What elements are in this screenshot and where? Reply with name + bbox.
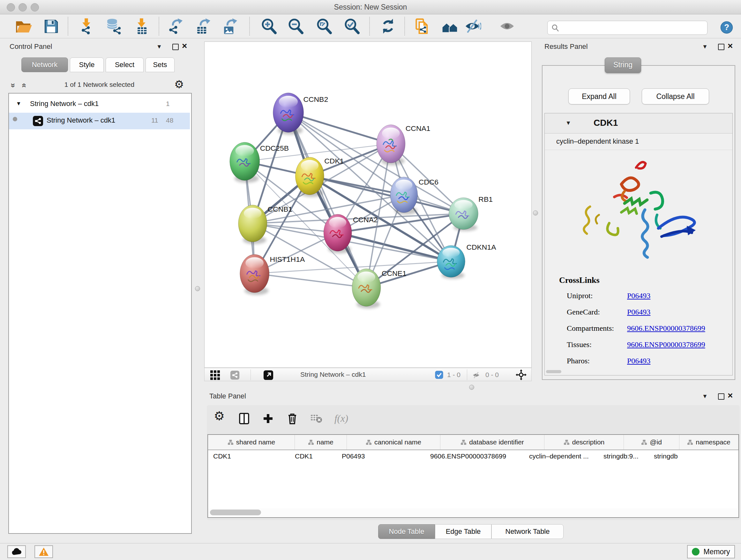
crosslink-link[interactable]: P06493 — [627, 308, 650, 316]
tab-node-table[interactable]: Node Table — [378, 524, 435, 539]
current-network-name: String Network – cdk1 — [300, 371, 366, 378]
column-header-name[interactable]: name — [295, 435, 347, 449]
network-node-ccna1[interactable]: CCNA1 — [377, 124, 430, 165]
tab-style[interactable]: Style — [70, 57, 104, 72]
left-splitter-handle[interactable] — [195, 286, 200, 291]
column-header-description[interactable]: description — [544, 435, 624, 449]
export-network-icon[interactable] — [167, 17, 185, 35]
grid-view-icon[interactable] — [210, 370, 220, 381]
duplicate-network-icon[interactable] — [413, 17, 431, 35]
gene-section-header[interactable]: ▼ CDK1 — [545, 113, 732, 133]
tab-edge-table[interactable]: Edge Table — [435, 524, 491, 539]
gene-collapse-icon[interactable]: ▼ — [565, 120, 571, 126]
table-cell[interactable]: 9606.ENSP00000378699 — [425, 450, 524, 463]
network-type-icon[interactable] — [230, 370, 240, 381]
crosslink-link[interactable]: 9606.ENSP00000378699 — [627, 324, 705, 333]
table-hscrollbar-thumb[interactable] — [210, 509, 261, 515]
cloud-status-button[interactable] — [7, 545, 26, 558]
collapse-all-button[interactable]: Collapse All — [642, 88, 709, 105]
control-panel-float-icon[interactable] — [172, 44, 179, 50]
network-row-selected[interactable]: String Network – cdk1 11 48 — [9, 113, 190, 129]
network-options-gear-icon[interactable]: ⚙ — [174, 78, 184, 91]
table-cell[interactable]: cyclin–dependent ... — [524, 450, 598, 463]
network-node-ccne1[interactable]: CCNE1 — [352, 269, 407, 309]
first-neighbors-icon[interactable] — [441, 17, 459, 35]
function-builder-icon[interactable]: f(x) — [334, 413, 348, 424]
expand-all-button[interactable]: Expand All — [568, 88, 630, 105]
import-table-icon[interactable] — [133, 17, 151, 35]
table-cell[interactable]: stringdb — [649, 450, 703, 463]
column-header-canonicalname[interactable]: canonical name — [347, 435, 441, 449]
table-settings-gear-icon[interactable]: ⚙ — [214, 409, 228, 423]
refresh-icon[interactable] — [379, 17, 397, 35]
export-table-icon[interactable] — [195, 17, 212, 35]
add-column-icon[interactable] — [262, 412, 276, 426]
hidden-eye-icon[interactable] — [471, 371, 481, 381]
help-icon[interactable]: ? — [720, 20, 734, 35]
right-splitter-handle[interactable] — [533, 210, 538, 215]
tab-network-table[interactable]: Network Table — [491, 524, 563, 539]
control-panel-menu-icon[interactable]: ▼ — [156, 44, 162, 50]
table-panel-float-icon[interactable] — [718, 393, 724, 400]
crosslink-link[interactable]: P06493 — [627, 357, 650, 365]
crosslink-link[interactable]: 9606.ENSP00000378699 — [627, 340, 705, 349]
search-input[interactable] — [547, 21, 708, 35]
network-node-ccnb1[interactable]: CCNB1 — [239, 205, 293, 244]
table-row[interactable]: CDK1CDK1P064939606.ENSP00000378699cyclin… — [208, 450, 738, 463]
network-edge[interactable] — [288, 113, 391, 144]
horizontal-splitter-handle[interactable] — [469, 385, 474, 390]
network-node-rb1[interactable]: RB1 — [449, 195, 493, 231]
tree-expand-icon[interactable]: ▼ — [16, 101, 21, 107]
crosslink-link[interactable]: P06493 — [627, 292, 650, 300]
results-panel-float-icon[interactable] — [718, 44, 724, 50]
table-cell[interactable]: stringdb:9... — [598, 450, 649, 463]
import-database-icon[interactable] — [105, 17, 123, 35]
column-header-namespace[interactable]: namespace — [679, 435, 738, 449]
network-edge[interactable] — [255, 273, 366, 288]
control-panel-close-icon[interactable]: × — [182, 43, 187, 49]
table-cell[interactable]: CDK1 — [208, 450, 290, 463]
tab-sets[interactable]: Sets — [145, 57, 175, 72]
table-panel-menu-icon[interactable]: ▼ — [702, 393, 708, 400]
node-table-header: shared namenamecanonical namedatabase id… — [208, 435, 738, 450]
zoom-in-icon[interactable] — [260, 17, 278, 35]
network-node-ccna2[interactable]: CCNA2 — [324, 214, 378, 253]
pan-crosshair-icon[interactable] — [516, 369, 527, 381]
delete-table-icon[interactable] — [310, 412, 324, 426]
network-node-ccnb2[interactable]: CCNB2 — [273, 93, 328, 135]
network-node-label: CCNA1 — [406, 124, 430, 132]
zoom-selected-icon[interactable] — [343, 17, 361, 35]
table-cell[interactable]: P06493 — [337, 450, 425, 463]
network-collection-row[interactable]: ▼ String Network – cdk1 1 — [9, 96, 190, 113]
import-network-icon[interactable] — [77, 17, 95, 35]
delete-column-icon[interactable] — [286, 412, 300, 426]
network-node-cdkn1a[interactable]: CDKN1A — [437, 243, 496, 279]
show-all-icon[interactable] — [498, 17, 516, 35]
warnings-button[interactable] — [35, 545, 53, 558]
table-panel-close-icon[interactable]: × — [728, 392, 733, 399]
results-hscrollbar[interactable] — [546, 370, 561, 373]
show-columns-icon[interactable] — [238, 412, 252, 426]
column-header-id[interactable]: @id — [624, 435, 679, 449]
column-header-sharedname[interactable]: shared name — [208, 435, 295, 449]
open-file-icon[interactable] — [14, 17, 32, 35]
network-node-hist1h1a[interactable]: HIST1H1A — [240, 254, 305, 295]
save-session-icon[interactable] — [42, 17, 60, 35]
results-panel-close-icon[interactable]: × — [728, 43, 733, 49]
tab-network[interactable]: Network — [21, 57, 68, 72]
tab-select[interactable]: Select — [106, 57, 144, 72]
zoom-out-icon[interactable] — [287, 17, 305, 35]
string-network-graph[interactable]: CCNB2CCNA1CDC25BCDK1CDC6RB1CCNB1CCNA2CDK… — [205, 42, 531, 368]
column-header-databaseidentifier[interactable]: database identifier — [441, 435, 544, 449]
memory-button[interactable]: Memory — [687, 545, 735, 558]
zoom-fit-icon[interactable] — [315, 17, 333, 35]
network-node-cdc6[interactable]: CDC6 — [390, 177, 439, 214]
results-panel-menu-icon[interactable]: ▼ — [702, 44, 708, 50]
network-view-canvas[interactable]: CCNB2CCNA1CDC25BCDK1CDC6RB1CCNB1CCNA2CDK… — [204, 42, 532, 368]
selected-checkbox-icon[interactable] — [435, 371, 443, 380]
hide-selected-icon[interactable] — [463, 17, 481, 35]
tab-string[interactable]: String — [605, 57, 641, 73]
table-cell[interactable]: CDK1 — [290, 450, 337, 463]
export-image-icon[interactable] — [221, 17, 239, 35]
detach-view-icon[interactable] — [263, 370, 273, 381]
